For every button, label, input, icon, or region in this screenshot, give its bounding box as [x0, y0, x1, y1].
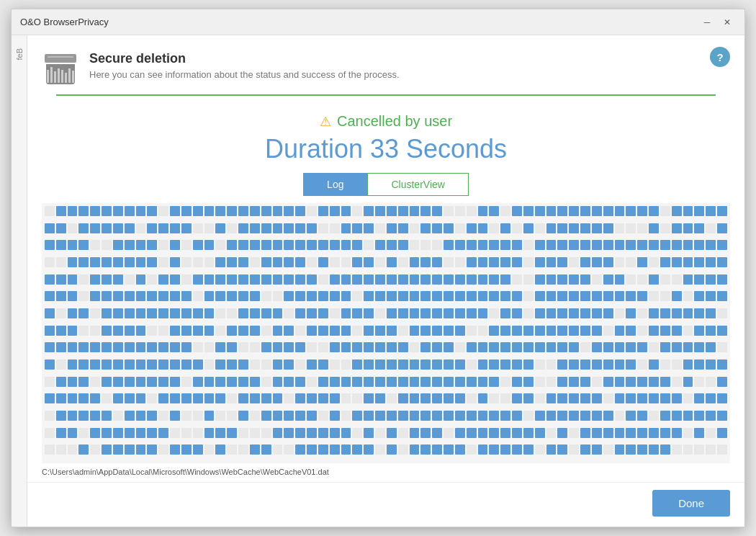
cluster-cell: [580, 393, 590, 403]
cluster-cell: [512, 291, 522, 301]
cluster-cell: [227, 428, 237, 438]
cluster-cell: [603, 393, 613, 403]
cluster-cell: [238, 411, 248, 421]
minimize-button[interactable]: ─: [698, 14, 716, 31]
cluster-cell: [352, 308, 362, 318]
cluster-cell: [683, 240, 693, 250]
cluster-cell: [717, 240, 727, 250]
cluster-cell: [626, 445, 636, 455]
cluster-cell: [649, 359, 659, 370]
cluster-cell: [649, 326, 659, 336]
cluster-cell: [352, 206, 362, 216]
cluster-cell: [273, 377, 283, 387]
cluster-cell: [375, 342, 385, 352]
cluster-cell: [375, 377, 385, 387]
cluster-cell: [215, 326, 225, 336]
cluster-cell: [626, 342, 636, 352]
cluster-cell: [478, 326, 488, 336]
cluster-cell: [398, 428, 408, 438]
cluster-cell: [375, 445, 385, 455]
cluster-cell: [489, 274, 499, 285]
cluster-cell: [535, 326, 545, 336]
cluster-cell: [420, 377, 431, 387]
cluster-cell: [125, 291, 135, 301]
cluster-cell: [706, 240, 716, 250]
cluster-cell: [467, 291, 477, 301]
cluster-cell: [215, 359, 225, 370]
cluster-cell: [717, 308, 727, 318]
cluster-cell: [432, 291, 442, 301]
cluster-cell: [341, 240, 351, 250]
cluster-cell: [660, 393, 670, 403]
cluster-cell: [410, 377, 420, 387]
cluster-cell: [250, 428, 260, 438]
cluster-cell: [523, 359, 534, 370]
cluster-cell: [717, 377, 727, 387]
cluster-cell: [626, 240, 636, 250]
cluster-cell: [489, 240, 499, 250]
cluster-cell: [227, 342, 237, 352]
cluster-cell: [580, 428, 590, 438]
cluster-cell: [352, 377, 362, 387]
cluster-cell: [136, 377, 146, 387]
cluster-cell: [56, 393, 66, 403]
cluster-cell: [637, 428, 647, 438]
cluster-cell: [672, 377, 682, 387]
cluster-cell: [683, 257, 693, 267]
cluster-cell: [683, 359, 693, 370]
cluster-cell: [683, 393, 693, 403]
cluster-cell: [420, 291, 431, 301]
close-button[interactable]: ✕: [719, 14, 736, 31]
cluster-cell: [410, 274, 420, 285]
cluster-cell: [694, 393, 704, 403]
cluster-cell: [56, 445, 66, 455]
cluster-cell: [467, 428, 477, 438]
cluster-cell: [341, 326, 351, 336]
cluster-cell: [284, 445, 294, 455]
cluster-cell: [273, 428, 283, 438]
done-button[interactable]: Done: [652, 490, 730, 517]
cluster-cell: [717, 428, 727, 438]
cluster-cell: [546, 411, 557, 421]
cluster-cell: [478, 393, 488, 403]
cluster-cell: [330, 359, 340, 370]
cluster-cell: [318, 428, 328, 438]
cluster-cell: [717, 257, 727, 267]
help-button[interactable]: ?: [710, 47, 730, 67]
cluster-cell: [295, 445, 305, 455]
cluster-cell: [592, 326, 602, 336]
cluster-cell: [56, 342, 66, 352]
cluster-cell: [158, 393, 168, 403]
cluster-cell: [432, 326, 442, 336]
cluster-cell: [147, 428, 157, 438]
cluster-cell: [170, 223, 180, 233]
tab-log[interactable]: Log: [303, 173, 367, 196]
cluster-cell: [387, 428, 397, 438]
cluster-cell: [500, 240, 510, 250]
cluster-cell: [136, 291, 146, 301]
cluster-cell: [125, 411, 135, 421]
cluster-cell: [569, 223, 579, 233]
cluster-cell: [398, 240, 408, 250]
cluster-cell: [78, 428, 89, 438]
cluster-cell: [307, 223, 317, 233]
cluster-cell: [649, 377, 659, 387]
cluster-cell: [500, 291, 510, 301]
cluster-cell: [170, 428, 180, 438]
cluster-cell: [592, 445, 602, 455]
cluster-cell: [68, 291, 78, 301]
tab-clusterview[interactable]: ClusterView: [367, 173, 468, 196]
cluster-cell: [467, 308, 477, 318]
cluster-cell: [284, 257, 294, 267]
cluster-cell: [512, 393, 522, 403]
cluster-cell: [68, 326, 78, 336]
cluster-cell: [546, 393, 557, 403]
cluster-cell: [68, 428, 78, 438]
cluster-cell: [113, 342, 123, 352]
cluster-cell: [284, 326, 294, 336]
cluster-cell: [90, 411, 100, 421]
cluster-cell: [341, 274, 351, 285]
cluster-cell: [147, 308, 157, 318]
cluster-cell: [717, 342, 727, 352]
cluster-cell: [193, 274, 203, 285]
